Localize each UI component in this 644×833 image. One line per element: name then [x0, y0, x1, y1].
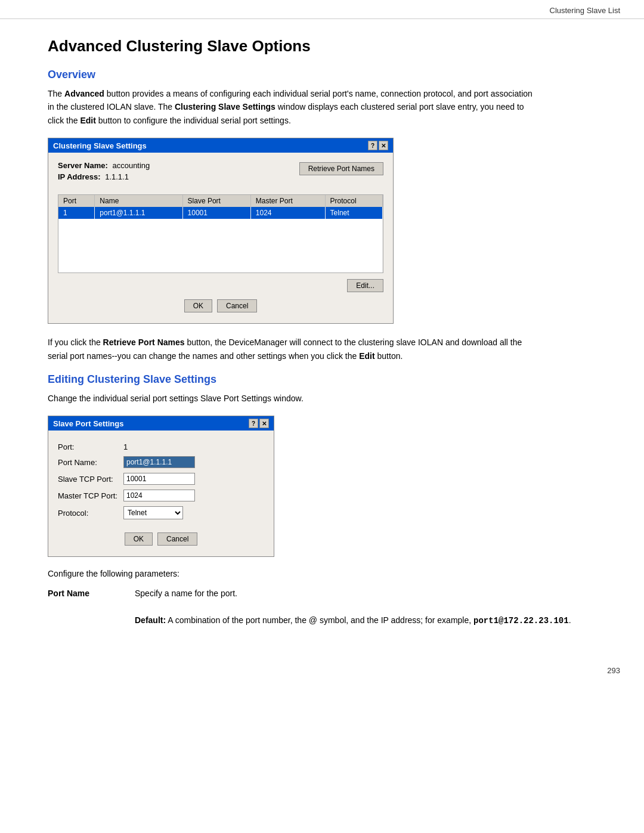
- param-row-port-name: Port Name Specify a name for the port. D…: [48, 584, 596, 630]
- ip-address-label: IP Address:: [58, 172, 101, 181]
- empty-row: [58, 251, 383, 262]
- master-tcp-label: Master TCP Port:: [58, 491, 123, 500]
- param-desc-port-name: Specify a name for the port. Default: A …: [125, 584, 596, 630]
- slave-tcp-input[interactable]: [123, 473, 195, 485]
- top-bar-label: Clustering Slave List: [550, 6, 621, 15]
- empty-row: [58, 240, 383, 251]
- slave-dialog-footer: OK Cancel: [58, 528, 264, 548]
- edit-btn-row: Edit...: [58, 279, 383, 292]
- main-content: Advanced Clustering Slave Options Overvi…: [0, 19, 644, 654]
- cell-slave-port: 10001: [182, 207, 250, 219]
- clustering-table-container: Port Name Slave Port Master Port Protoco…: [58, 194, 383, 273]
- slave-ok-button[interactable]: OK: [125, 532, 153, 546]
- cancel-button[interactable]: Cancel: [217, 299, 257, 312]
- slave-titlebar-buttons: ? ✕: [249, 419, 269, 428]
- port-name-row: Port Name:: [58, 456, 264, 468]
- server-name-row: Server Name: accounting: [58, 161, 150, 170]
- page-number: 293: [0, 654, 644, 681]
- dialog-footer: OK Cancel: [58, 295, 383, 315]
- slave-dialog-body: Port: 1 Port Name: Slave TCP Port: Maste…: [48, 431, 274, 556]
- cell-name: port1@1.1.1.1: [95, 207, 182, 219]
- clustering-dialog-body: Server Name: accounting IP Address: 1.1.…: [48, 153, 393, 323]
- page-title: Advanced Clustering Slave Options: [48, 37, 596, 55]
- empty-row: [58, 230, 383, 240]
- empty-row: [58, 262, 383, 272]
- clustering-dialog-titlebar: Clustering Slave Settings ? ✕: [48, 138, 393, 153]
- protocol-row: Protocol: Telnet SSH TCP: [58, 506, 264, 519]
- clustering-slave-dialog: Clustering Slave Settings ? ✕ Server Nam…: [48, 138, 394, 324]
- editing-heading: Editing Clustering Slave Settings: [48, 373, 596, 386]
- port-label: Port:: [58, 442, 123, 451]
- configure-note: Configure the following parameters:: [48, 569, 596, 578]
- close-button[interactable]: ✕: [379, 141, 388, 150]
- table-row[interactable]: 1 port1@1.1.1.1 10001 1024 Telnet: [58, 207, 383, 219]
- col-master-port: Master Port: [250, 195, 325, 207]
- col-name: Name: [95, 195, 182, 207]
- slave-cancel-button[interactable]: Cancel: [157, 532, 197, 546]
- port-name-input[interactable]: [123, 456, 195, 468]
- port-row: Port: 1: [58, 442, 264, 451]
- master-tcp-input[interactable]: [123, 490, 195, 501]
- info-rows: Server Name: accounting IP Address: 1.1.…: [58, 161, 150, 184]
- cell-master-port: 1024: [250, 207, 325, 219]
- slave-help-button[interactable]: ?: [249, 419, 258, 428]
- ok-button[interactable]: OK: [184, 299, 212, 312]
- retrieve-port-names-button[interactable]: Retrieve Port Names: [299, 162, 383, 175]
- cell-protocol: Telnet: [325, 207, 382, 219]
- slave-dialog-titlebar: Slave Port Settings ? ✕: [48, 416, 274, 431]
- top-bar: Clustering Slave List: [0, 0, 644, 19]
- slave-port-settings-dialog: Slave Port Settings ? ✕ Port: 1 Port Nam…: [48, 416, 274, 557]
- retrieve-note: If you click the Retrieve Port Names but…: [48, 336, 537, 363]
- ip-address-row: IP Address: 1.1.1.1: [58, 172, 150, 181]
- empty-row: [58, 219, 383, 230]
- ip-address-value: 1.1.1.1: [105, 172, 129, 181]
- overview-paragraph: The Advanced button provides a means of …: [48, 87, 537, 127]
- params-table: Port Name Specify a name for the port. D…: [48, 584, 596, 630]
- port-name-label: Port Name:: [58, 458, 123, 467]
- col-slave-port: Slave Port: [182, 195, 250, 207]
- server-name-label: Server Name:: [58, 161, 108, 170]
- master-tcp-row: Master TCP Port:: [58, 490, 264, 501]
- dialog-titlebar-buttons: ? ✕: [368, 141, 388, 150]
- slave-dialog-title: Slave Port Settings: [53, 419, 123, 428]
- slave-tcp-row: Slave TCP Port:: [58, 473, 264, 485]
- col-port: Port: [58, 195, 95, 207]
- clustering-dialog-title: Clustering Slave Settings: [53, 141, 147, 150]
- server-name-value: accounting: [112, 161, 150, 170]
- help-button[interactable]: ?: [368, 141, 377, 150]
- param-name-port-name: Port Name: [48, 584, 125, 630]
- clustering-table: Port Name Slave Port Master Port Protoco…: [58, 195, 383, 272]
- col-protocol: Protocol: [325, 195, 382, 207]
- slave-close-button[interactable]: ✕: [259, 419, 269, 428]
- overview-heading: Overview: [48, 69, 596, 81]
- cell-port: 1: [58, 207, 95, 219]
- slave-tcp-label: Slave TCP Port:: [58, 475, 123, 484]
- edit-button[interactable]: Edit...: [347, 279, 383, 292]
- protocol-label: Protocol:: [58, 509, 123, 518]
- protocol-select[interactable]: Telnet SSH TCP: [123, 506, 183, 519]
- editing-description: Change the individual serial port settin…: [48, 392, 537, 405]
- table-area: Port Name Slave Port Master Port Protoco…: [58, 194, 383, 273]
- port-value: 1: [123, 442, 128, 451]
